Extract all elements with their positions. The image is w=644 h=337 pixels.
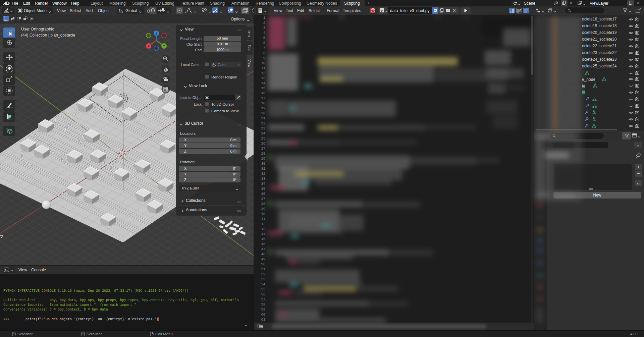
svg-text:1: 1 [510, 8, 512, 11]
svg-text:Y: Y [163, 45, 165, 48]
svg-text:Z: Z [155, 32, 157, 35]
svg-text:2: 2 [510, 11, 512, 13]
svg-text:X: X [148, 45, 150, 48]
